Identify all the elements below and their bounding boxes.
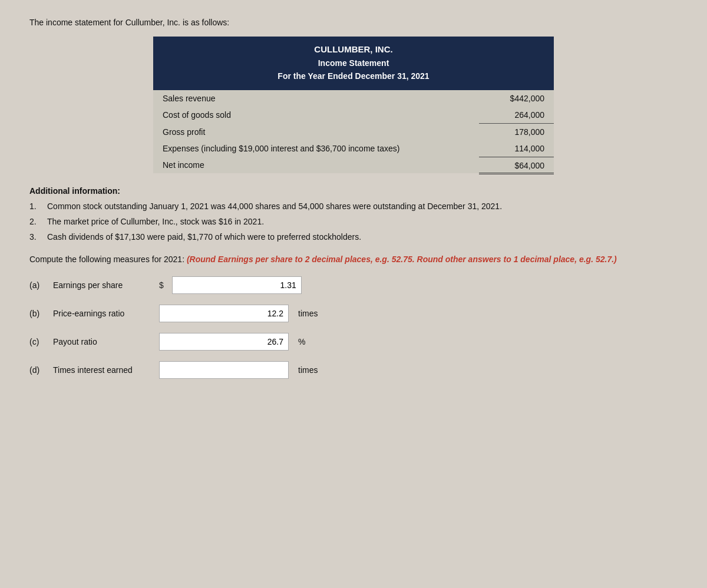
- answer-label: Times interest earned: [53, 365, 153, 375]
- answer-label: Price-earnings ratio: [53, 309, 153, 318]
- answer-input-b[interactable]: [159, 305, 289, 322]
- income-row: Expenses (including $19,000 interest and…: [153, 140, 554, 157]
- income-statement-table: CULLUMBER, INC. Income Statement For the…: [153, 37, 554, 174]
- compute-italic: (Round Earnings per share to 2 decimal p…: [187, 255, 617, 264]
- compute-instruction: Compute the following measures for 2021:…: [29, 253, 678, 266]
- answer-row: (c)Payout ratio%: [29, 333, 678, 351]
- income-label: Net income: [153, 157, 479, 173]
- answer-input-d[interactable]: [159, 361, 289, 379]
- income-value: $442,000: [479, 90, 554, 107]
- answer-letter: (d): [29, 365, 47, 375]
- additional-info-list: 1.Common stock outstanding January 1, 20…: [29, 201, 678, 242]
- additional-info-title: Additional information:: [29, 186, 678, 196]
- income-label: Cost of goods sold: [153, 107, 479, 124]
- income-value: $64,000: [479, 157, 554, 173]
- income-row: Gross profit178,000: [153, 123, 554, 140]
- item-number: 3.: [29, 232, 47, 242]
- answer-row: (d)Times interest earnedtimes: [29, 361, 678, 379]
- dollar-sign: $: [159, 280, 164, 290]
- additional-item: 1.Common stock outstanding January 1, 20…: [29, 201, 678, 211]
- additional-item: 3.Cash dividends of $17,130 were paid, $…: [29, 232, 678, 242]
- statement-title: Income Statement: [160, 57, 547, 70]
- table-header: CULLUMBER, INC. Income Statement For the…: [153, 37, 554, 90]
- item-text: Cash dividends of $17,130 were paid, $1,…: [47, 232, 678, 242]
- income-value: 178,000: [479, 123, 554, 140]
- intro-text: The income statement for Cullumber, Inc.…: [29, 18, 678, 27]
- answer-unit: %: [298, 337, 305, 346]
- answer-label: Payout ratio: [53, 337, 153, 346]
- answer-letter: (c): [29, 337, 47, 346]
- item-number: 1.: [29, 201, 47, 211]
- statement-period: For the Year Ended December 31, 2021: [160, 70, 547, 82]
- answer-letter: (b): [29, 309, 47, 318]
- answer-rows: (a)Earnings per share$(b)Price-earnings …: [29, 276, 678, 379]
- item-text: Common stock outstanding January 1, 2021…: [47, 201, 678, 211]
- compute-prefix: Compute the following measures for 2021:: [29, 255, 187, 264]
- answer-row: (b)Price-earnings ratiotimes: [29, 305, 678, 322]
- income-value: 114,000: [479, 140, 554, 157]
- item-number: 2.: [29, 217, 47, 226]
- income-row: Sales revenue$442,000: [153, 90, 554, 107]
- answer-unit: times: [298, 365, 318, 375]
- page-content: The income statement for Cullumber, Inc.…: [29, 12, 678, 379]
- company-name: CULLUMBER, INC.: [160, 42, 547, 57]
- answer-letter: (a): [29, 280, 47, 290]
- income-label: Expenses (including $19,000 interest and…: [153, 140, 479, 157]
- income-value: 264,000: [479, 107, 554, 124]
- income-row: Net income$64,000: [153, 157, 554, 173]
- item-text: The market price of Cullumber, Inc., sto…: [47, 217, 678, 226]
- answer-input-c[interactable]: [159, 333, 289, 351]
- answer-row: (a)Earnings per share$: [29, 276, 678, 294]
- answer-unit: times: [298, 309, 318, 318]
- answer-label: Earnings per share: [53, 280, 153, 290]
- income-label: Gross profit: [153, 123, 479, 140]
- answer-input-a[interactable]: [172, 276, 302, 294]
- income-label: Sales revenue: [153, 90, 479, 107]
- additional-item: 2.The market price of Cullumber, Inc., s…: [29, 217, 678, 226]
- income-row: Cost of goods sold264,000: [153, 107, 554, 124]
